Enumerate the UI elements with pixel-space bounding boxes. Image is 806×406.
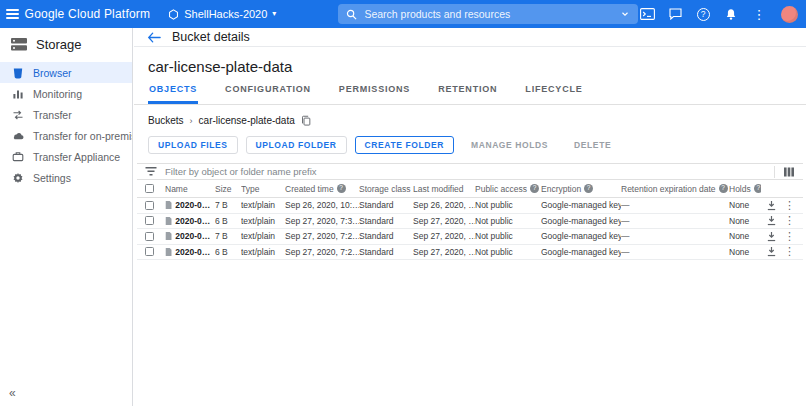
row-menu-icon[interactable]: ⋮ (784, 215, 795, 226)
object-public-access: Not public (475, 231, 541, 241)
sidebar-item-settings[interactable]: Settings (0, 167, 132, 188)
download-icon[interactable] (766, 215, 777, 226)
chart-icon (12, 88, 24, 100)
object-created: Sep 26, 2020, 10:… (285, 200, 359, 210)
help-icon[interactable]: ? (584, 184, 593, 193)
row-checkbox[interactable] (145, 201, 154, 210)
feedback-icon[interactable] (666, 5, 684, 23)
breadcrumb-buckets-link[interactable]: Buckets (148, 115, 184, 126)
transfer-arrows-icon (12, 109, 24, 121)
object-name-link[interactable]: 2020-09… (175, 247, 211, 257)
bucket-icon (12, 67, 24, 79)
more-options-icon[interactable]: ⋮ (750, 5, 768, 23)
column-display-options-icon[interactable] (783, 166, 795, 178)
project-name: ShellHacks-2020 (184, 8, 267, 20)
sidebar-item-browser[interactable]: Browser (0, 62, 132, 83)
sidebar-item-monitoring[interactable]: Monitoring (0, 83, 132, 104)
back-arrow-icon[interactable] (147, 32, 161, 43)
column-public-access: Public access? (475, 184, 541, 194)
upload-files-button[interactable]: UPLOAD FILES (148, 136, 238, 154)
object-modified: Sep 27, 2020, … (413, 216, 475, 226)
delete-button[interactable]: DELETE (565, 136, 620, 154)
search-expand-chevron-icon[interactable] (620, 9, 630, 19)
search-input[interactable] (364, 8, 613, 20)
sidebar-item-transfer[interactable]: Transfer (0, 104, 132, 125)
project-selector[interactable]: ShellHacks-2020 ▾ (168, 8, 276, 20)
filter-bar (137, 163, 803, 180)
object-created: Sep 27, 2020, 7:3… (285, 216, 359, 226)
object-modified: Sep 26, 2020, … (413, 200, 475, 210)
notifications-icon[interactable] (722, 5, 740, 23)
object-size: 6 B (215, 216, 241, 226)
object-type: text/plain (241, 216, 285, 226)
sidebar-item-transfer-appliance[interactable]: Transfer Appliance (0, 146, 132, 167)
search-icon (346, 9, 357, 20)
top-app-bar: Google Cloud Platform ShellHacks-2020 ▾ … (0, 0, 806, 28)
tab-permissions[interactable]: PERMISSIONS (338, 84, 411, 104)
object-name-link[interactable]: 2020-09… (175, 200, 211, 210)
tab-lifecycle[interactable]: LIFECYCLE (524, 84, 583, 104)
object-size: 6 B (215, 247, 241, 257)
storage-logo-icon (11, 38, 27, 51)
action-buttons: UPLOAD FILES UPLOAD FOLDER CREATE FOLDER… (148, 136, 806, 154)
main-content: Bucket details car-license-plate-data OB… (134, 28, 806, 406)
sidebar-item-label: Settings (33, 172, 71, 184)
object-size: 7 B (215, 200, 241, 210)
file-icon (165, 200, 172, 210)
upload-folder-button[interactable]: UPLOAD FOLDER (246, 136, 347, 154)
create-folder-button[interactable]: CREATE FOLDER (355, 136, 454, 154)
manage-holds-button[interactable]: MANAGE HOLDS (462, 136, 557, 154)
select-all-checkbox[interactable] (145, 184, 154, 193)
breadcrumb: Buckets › car-license-plate-data (148, 115, 806, 126)
object-encryption: Google-managed key (541, 231, 621, 241)
menu-icon[interactable] (0, 0, 25, 28)
row-checkbox[interactable] (145, 216, 154, 225)
row-menu-icon[interactable]: ⋮ (784, 246, 795, 257)
download-icon[interactable] (766, 231, 777, 242)
table-row: 2020-09… 7 B text/plain Sep 26, 2020, 10… (137, 198, 803, 214)
cloud-upload-icon (12, 130, 24, 142)
help-icon[interactable]: ? (694, 5, 712, 23)
object-name-link[interactable]: 2020-09… (175, 216, 211, 226)
help-icon[interactable]: ? (337, 184, 346, 193)
object-storage-class: Standard (359, 231, 413, 241)
object-created: Sep 27, 2020, 7:2… (285, 247, 359, 257)
row-menu-icon[interactable]: ⋮ (784, 200, 795, 211)
help-icon[interactable]: ? (530, 184, 539, 193)
object-storage-class: Standard (359, 200, 413, 210)
sidebar: Storage Browser Monitoring Transfer Tran… (0, 28, 133, 406)
cloud-shell-icon[interactable] (638, 5, 656, 23)
collapse-sidebar-icon[interactable]: « (9, 386, 16, 400)
object-storage-class: Standard (359, 216, 413, 226)
tab-retention[interactable]: RETENTION (437, 84, 498, 104)
row-checkbox[interactable] (145, 232, 154, 241)
filter-input[interactable] (165, 166, 766, 177)
table-header: Name Size Type Created time? Storage cla… (137, 180, 803, 198)
download-icon[interactable] (766, 246, 777, 257)
help-icon[interactable]: ? (719, 184, 728, 193)
sidebar-title: Storage (36, 37, 82, 52)
column-holds: Holds? (729, 184, 761, 194)
avatar[interactable] (781, 6, 798, 23)
object-holds: None (729, 231, 761, 241)
download-icon[interactable] (766, 200, 777, 211)
breadcrumb-current: car-license-plate-data (199, 115, 295, 126)
help-icon[interactable]: ? (754, 184, 761, 193)
sidebar-item-transfer-on-premises[interactable]: Transfer for on-premises (0, 125, 132, 146)
object-retention: — (621, 216, 729, 226)
row-menu-icon[interactable]: ⋮ (784, 231, 795, 242)
object-modified: Sep 27, 2020, … (413, 231, 475, 241)
copy-icon[interactable] (301, 115, 311, 126)
product-name: Google Cloud Platform (25, 7, 151, 21)
appliance-icon (12, 151, 24, 163)
row-checkbox[interactable] (145, 247, 154, 256)
object-type: text/plain (241, 247, 285, 257)
object-name-link[interactable]: 2020-09… (175, 231, 211, 241)
global-search[interactable] (338, 4, 638, 24)
tab-configuration[interactable]: CONFIGURATION (224, 84, 312, 104)
object-public-access: Not public (475, 247, 541, 257)
tab-objects[interactable]: OBJECTS (148, 84, 198, 104)
divider (774, 166, 775, 178)
sidebar-item-label: Monitoring (33, 88, 82, 100)
table-row: 2020-09… 6 B text/plain Sep 27, 2020, 7:… (137, 245, 803, 261)
